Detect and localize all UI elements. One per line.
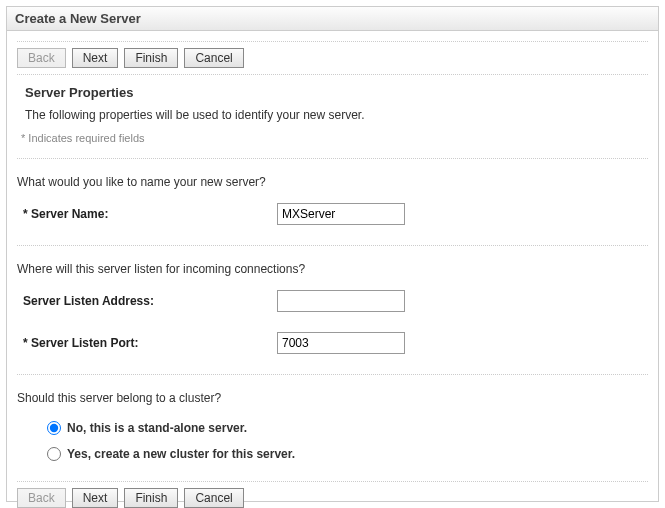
question-listen: Where will this server listen for incomi… [17, 250, 648, 286]
cluster-no-label: No, this is a stand-alone server. [67, 421, 247, 435]
cluster-option-yes[interactable]: Yes, create a new cluster for this serve… [17, 441, 648, 467]
back-button-bottom[interactable]: Back [17, 488, 66, 508]
section-heading: Server Properties [17, 75, 648, 104]
field-row-listen-port: * Server Listen Port: [17, 328, 648, 370]
listen-address-input[interactable] [277, 290, 405, 312]
cluster-radio-no[interactable] [47, 421, 61, 435]
wizard-content: Back Next Finish Cancel Server Propertie… [7, 31, 658, 508]
window-title: Create a New Server [7, 7, 658, 31]
cancel-button[interactable]: Cancel [184, 48, 243, 68]
separator [17, 374, 648, 375]
separator [17, 245, 648, 246]
cancel-button-bottom[interactable]: Cancel [184, 488, 243, 508]
back-button[interactable]: Back [17, 48, 66, 68]
field-row-server-name: * Server Name: [17, 199, 648, 241]
section-description: The following properties will be used to… [17, 104, 648, 128]
server-name-label: * Server Name: [17, 207, 277, 221]
field-row-listen-address: Server Listen Address: [17, 286, 648, 328]
required-note: * Indicates required fields [17, 128, 648, 154]
cluster-radio-yes[interactable] [47, 447, 61, 461]
listen-port-label: * Server Listen Port: [17, 336, 277, 350]
question-cluster: Should this server belong to a cluster? [17, 379, 648, 415]
separator [17, 158, 648, 159]
listen-address-label: Server Listen Address: [17, 294, 277, 308]
cluster-option-no[interactable]: No, this is a stand-alone server. [17, 415, 648, 441]
button-row-top: Back Next Finish Cancel [17, 41, 648, 75]
cluster-yes-label: Yes, create a new cluster for this serve… [67, 447, 295, 461]
question-name: What would you like to name your new ser… [17, 163, 648, 199]
finish-button-bottom[interactable]: Finish [124, 488, 178, 508]
listen-port-input[interactable] [277, 332, 405, 354]
wizard-panel: Create a New Server Back Next Finish Can… [6, 6, 659, 502]
button-row-bottom: Back Next Finish Cancel [17, 481, 648, 508]
server-name-input[interactable] [277, 203, 405, 225]
next-button-bottom[interactable]: Next [72, 488, 119, 508]
next-button[interactable]: Next [72, 48, 119, 68]
finish-button[interactable]: Finish [124, 48, 178, 68]
